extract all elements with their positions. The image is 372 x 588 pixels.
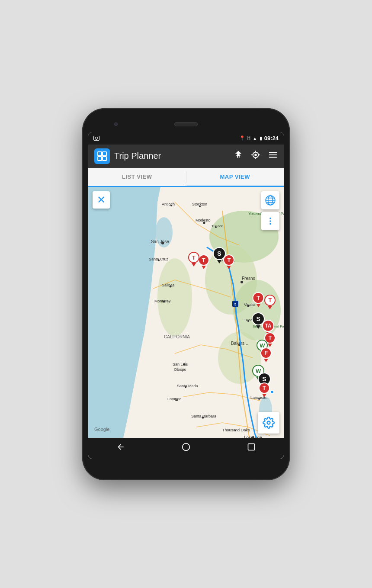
back-button[interactable]: [108, 439, 134, 457]
svg-text:San Jose: San Jose: [151, 239, 169, 244]
svg-point-71: [267, 421, 270, 424]
svg-text:Fresno: Fresno: [242, 276, 256, 281]
svg-text:5: 5: [234, 302, 237, 306]
google-watermark: Google: [94, 427, 109, 432]
status-right: 📍 H ▲ ▮ 09:24: [239, 135, 279, 141]
notification-icon: [93, 136, 99, 141]
svg-text:CALIFORNIA: CALIFORNIA: [164, 334, 190, 339]
svg-text:San Luis: San Luis: [173, 362, 188, 366]
signal-icon: ▲: [253, 136, 257, 141]
location-target-icon[interactable]: [251, 150, 260, 162]
svg-text:Thousand Oaks: Thousand Oaks: [222, 428, 250, 432]
map-close-button[interactable]: ✕: [93, 191, 110, 209]
phone-top-bar: [88, 116, 284, 132]
layers-button[interactable]: [261, 212, 279, 230]
location-icon: 📍: [239, 135, 245, 141]
speaker: [174, 122, 198, 126]
svg-rect-6: [269, 152, 277, 153]
status-bar: 📍 H ▲ ▮ 09:24: [88, 132, 284, 145]
app-logo: [94, 148, 110, 164]
pin-t-outline-2[interactable]: T: [264, 295, 276, 309]
app-title: Trip Planner: [114, 151, 229, 161]
map-right-buttons: [261, 191, 279, 230]
svg-text:Santa Cruz: Santa Cruz: [149, 257, 169, 261]
svg-rect-7: [269, 154, 277, 155]
svg-point-20: [241, 281, 243, 283]
map-container[interactable]: San Jose Modesto Turlock Fresno Visalia …: [88, 187, 284, 438]
svg-rect-1: [103, 152, 106, 156]
close-x-icon: ✕: [97, 195, 106, 205]
svg-text:Lompoc: Lompoc: [167, 397, 182, 401]
svg-text:Obispo: Obispo: [174, 367, 186, 372]
tab-list-view[interactable]: LIST VIEW: [88, 168, 186, 187]
svg-text:Monterey: Monterey: [154, 299, 171, 303]
svg-point-72: [183, 443, 190, 451]
pin-t-outline-1[interactable]: T: [188, 252, 199, 267]
map-settings-button[interactable]: [258, 412, 279, 434]
app-bar: Trip Planner: [88, 145, 284, 168]
home-button[interactable]: [173, 439, 199, 457]
svg-rect-0: [98, 152, 102, 156]
phone-screen: 📍 H ▲ ▮ 09:24 Trip Planner: [88, 132, 284, 459]
svg-point-70: [269, 223, 271, 225]
battery-icon: ▮: [260, 135, 262, 141]
tab-bar: LIST VIEW MAP VIEW: [88, 168, 284, 187]
phone-bottom-outside: [88, 459, 284, 472]
svg-point-68: [269, 217, 271, 219]
phone-device: 📍 H ▲ ▮ 09:24 Trip Planner: [82, 108, 290, 480]
svg-point-69: [269, 220, 271, 222]
svg-point-14: [157, 258, 192, 336]
svg-text:Modesto: Modesto: [196, 218, 211, 222]
bottom-nav-bar: [88, 438, 284, 459]
recents-button[interactable]: [238, 439, 264, 457]
svg-text:Turlock: Turlock: [212, 224, 223, 228]
pin-t-la[interactable]: T: [259, 382, 270, 397]
h-indicator: H: [247, 136, 250, 141]
svg-rect-73: [248, 444, 254, 450]
destination-dot: [270, 390, 274, 394]
pin-t-red-2[interactable]: T: [223, 254, 234, 269]
menu-icon[interactable]: [268, 150, 278, 162]
tab-map-view[interactable]: MAP VIEW: [186, 168, 284, 187]
directions-icon[interactable]: [234, 150, 243, 162]
status-left: [93, 136, 99, 141]
pin-ta-1[interactable]: T: [198, 254, 209, 269]
svg-text:Santa Maria: Santa Maria: [177, 384, 198, 388]
pin-f-red[interactable]: F: [260, 347, 272, 362]
globe-button[interactable]: [261, 191, 279, 209]
camera: [114, 122, 118, 126]
svg-text:Los Ange...: Los Ange...: [244, 435, 266, 438]
svg-text:Salinas: Salinas: [162, 283, 175, 287]
svg-rect-8: [269, 157, 277, 158]
svg-rect-3: [103, 157, 106, 161]
svg-rect-2: [98, 157, 102, 161]
svg-text:Santa Barbara: Santa Barbara: [191, 414, 216, 418]
svg-text:Antioch: Antioch: [162, 202, 175, 206]
svg-point-4: [254, 154, 257, 156]
time-display: 09:24: [264, 135, 279, 141]
svg-text:Stockton: Stockton: [192, 202, 207, 206]
pin-t-red-3[interactable]: T: [253, 292, 264, 307]
app-bar-icons: [234, 150, 278, 162]
